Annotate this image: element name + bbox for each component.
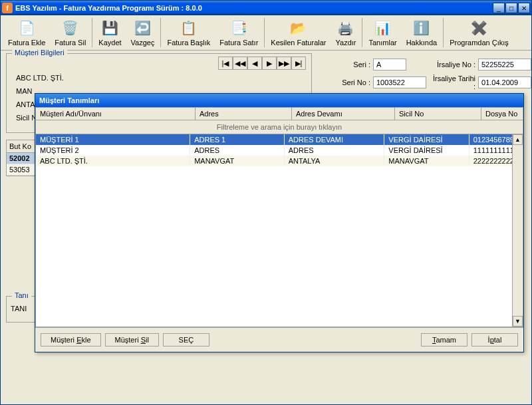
exit-icon: ✖️ (469, 19, 488, 37)
items-row[interactable]: 53053 (7, 164, 35, 176)
fatura-ekle-button[interactable]: 📄 Fatura Ekle (3, 17, 50, 49)
tani-legend: Tanı (12, 291, 31, 299)
table-row[interactable]: MÜŞTERİ 1 ADRES 1 ADRES DEVAMI VERGİ DAİ… (36, 134, 523, 145)
sec-button[interactable]: SEÇ (163, 333, 209, 346)
minimize-button[interactable]: _ (493, 3, 505, 13)
maximize-button[interactable]: □ (505, 3, 517, 13)
invoices-icon: 📂 (289, 19, 308, 37)
document-delete-icon: 🗑️ (61, 19, 80, 37)
col-musteri-adi[interactable]: Müşteri Adı/Ünvanı (36, 108, 196, 120)
musteri-ekle-button[interactable]: Müşteri Ekle (41, 333, 101, 346)
print-icon: 🖨️ (336, 19, 355, 37)
vazgec-button[interactable]: ↩️ Vazgeç (126, 17, 160, 49)
musteri-sil-button[interactable]: Müşteri Sil (105, 333, 159, 346)
tanimlar-button[interactable]: 📊 Tanımlar (364, 17, 401, 49)
scroll-down-icon[interactable]: ▼ (513, 316, 523, 327)
filter-row[interactable]: Filtreleme ve arama için burayı tıklayın (36, 120, 523, 134)
iptal-button[interactable]: İptal (471, 333, 518, 346)
close-button[interactable]: ✕ (518, 3, 530, 13)
fatura-sil-button[interactable]: 🗑️ Fatura Sil (50, 17, 90, 49)
col-sicil-no[interactable]: Sicil No (395, 108, 481, 120)
tani-value: TANI (11, 305, 31, 313)
main-toolbar: 📄 Fatura Ekle 🗑️ Fatura Sil 💾 Kaydet ↩️ … (1, 15, 531, 51)
nav-prev-page-button[interactable]: ◀◀ (233, 57, 247, 70)
window-title: EBS Yazılım - Fatura Yazdırma Programı S… (15, 4, 493, 12)
seri-no-label: Seri No : (317, 78, 370, 86)
items-column-barkod[interactable]: But Ko (7, 140, 35, 153)
irsaliye-no-input[interactable] (478, 59, 531, 70)
nav-first-button[interactable]: |◀ (218, 57, 233, 70)
document-add-icon: 📄 (17, 19, 36, 37)
nav-next-button[interactable]: ▶ (262, 57, 277, 70)
items-row[interactable]: 52002 (7, 153, 35, 164)
col-adres[interactable]: Adres (196, 108, 292, 120)
toolbar-separator (443, 18, 444, 47)
items-grid-partial: But Ko 52002 53053 (6, 140, 35, 176)
fatura-satir-button[interactable]: 📑 Fatura Satır (215, 17, 263, 49)
irsaliye-no-label: İrsaliye No : (409, 61, 475, 68)
seri-input[interactable] (373, 59, 406, 70)
grid-scrollbar[interactable]: ▲ ▼ (512, 134, 523, 327)
toolbar-separator (160, 18, 161, 47)
window-titlebar: f EBS Yazılım - Fatura Yazdırma Programı… (1, 1, 531, 15)
hakkinda-button[interactable]: ℹ️ Hakkında (402, 17, 442, 49)
app-icon: f (2, 3, 13, 13)
seri-label: Seri : (317, 61, 370, 68)
irsaliye-tarihi-input[interactable] (478, 76, 531, 88)
toolbar-separator (92, 18, 92, 47)
cikis-button[interactable]: ✖️ Programdan Çıkış (445, 17, 513, 49)
col-adres-devami[interactable]: Adres Devamı (292, 108, 395, 120)
nav-prev-button[interactable]: ◀ (247, 57, 262, 70)
kesilen-faturalar-button[interactable]: 📂 Kesilen Faturalar (266, 17, 331, 49)
dialog-title: Müşteri Tanımları (35, 94, 523, 107)
seri-no-input[interactable] (373, 76, 426, 88)
fatura-baslik-button[interactable]: 📋 Fatura Başlık (162, 17, 215, 49)
col-dosya-no[interactable]: Dosya No (481, 108, 523, 120)
musteri-tanimlari-dialog: Müşteri Tanımları Müşteri Adı/Ünvanı Adr… (35, 93, 524, 352)
row-icon: 📑 (229, 19, 248, 37)
cancel-icon: ↩️ (134, 19, 152, 37)
yazdir-button[interactable]: 🖨️ Yazdır (331, 17, 361, 49)
customer-grid: Müşteri Adı/Ünvanı Adres Adres Devamı Si… (35, 107, 523, 134)
customer-name: ABC LTD. ŞTİ. (16, 74, 307, 82)
tamam-button[interactable]: Tamam (421, 333, 467, 346)
nav-next-page-button[interactable]: ▶▶ (277, 57, 291, 70)
musteri-bilgileri-legend: Müşteri Bilgileri (12, 49, 67, 57)
toolbar-separator (362, 18, 362, 47)
scroll-up-icon[interactable]: ▲ (513, 134, 523, 145)
save-icon: 💾 (100, 19, 119, 37)
header-icon: 📋 (180, 19, 198, 37)
table-row[interactable]: MÜŞTERİ 2 ADRES ADRES VERGİ DAİRESİ 1111… (36, 145, 523, 156)
irsaliye-tarihi-label: İrsaliye Tarihi : (429, 74, 475, 90)
nav-last-button[interactable]: ▶| (291, 57, 306, 70)
list-icon: 📊 (374, 19, 392, 37)
tani-group: Tanı TANI (6, 296, 35, 323)
kaydet-button[interactable]: 💾 Kaydet (94, 17, 126, 49)
toolbar-separator (264, 18, 265, 47)
record-navigator: |◀ ◀◀ ◀ ▶ ▶▶ ▶| (218, 57, 306, 70)
table-row[interactable]: ABC LTD. ŞTİ. MANAVGAT ANTALYA MANAVGAT … (36, 156, 523, 166)
info-icon: ℹ️ (412, 19, 431, 37)
